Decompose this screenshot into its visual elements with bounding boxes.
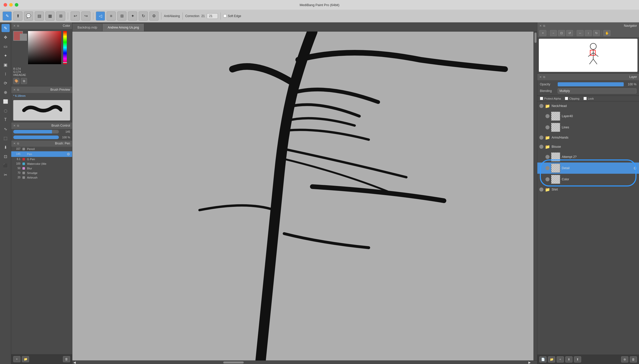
hue-slider[interactable] [63,31,67,64]
brush-opacity-slider[interactable] [13,136,59,139]
brush-control-expand[interactable]: ⧉ [17,124,19,127]
layer-eye-blouse[interactable] [539,145,543,149]
rotate-tool-button[interactable]: ↻ [139,11,148,21]
layer-add-button[interactable]: 📄 [539,356,546,362]
text-tool[interactable]: T [2,116,10,124]
layer-close[interactable]: ✕ [539,75,542,79]
tab-andrew[interactable]: Andrew Among Us.png [102,24,144,31]
nav-hand[interactable]: ✋ [603,30,610,36]
nav-rotate-left[interactable]: ↺ [566,30,573,36]
layer-expand[interactable]: ⧉ [543,75,545,79]
navigator-close[interactable]: ✕ [539,24,542,28]
maximize-button[interactable] [15,3,18,7]
layer-eye-color[interactable] [545,177,550,181]
horizontal-scrollbar[interactable]: ◀ ▶ [72,360,537,364]
canvas-viewport[interactable] [72,32,533,360]
brush-list-expand[interactable]: ⧉ [17,142,19,145]
brush-item-airbrush[interactable]: 20 Airbrush [11,175,72,180]
color-panel-expand[interactable]: ⧉ [17,24,19,28]
magic-wand-tool[interactable]: ✦ [2,51,10,60]
layer-eye-detail[interactable] [545,166,550,170]
correction-select[interactable]: 21 [207,13,218,19]
eraser-tool[interactable]: ⬜ [2,97,10,105]
soft-edge-label[interactable]: Soft Edge [223,14,241,18]
bottom-tool1[interactable]: ⬇ [2,143,10,151]
dotted-circle-tool[interactable]: ◌ [2,106,10,115]
color-icon-1[interactable]: 🎨 [13,78,19,84]
lock-checkbox[interactable] [583,97,587,100]
nav-flip-v[interactable]: ↕ [585,30,592,36]
upload-tool-button[interactable]: ⬆ [13,11,22,21]
brush-mode-button[interactable]: ◁ [96,11,105,21]
pen-settings-icon[interactable]: ⚙ [67,152,70,156]
fill-tool[interactable]: ▣ [2,61,10,69]
layer-item-detail[interactable]: Detail ⚙ [537,163,639,174]
layer-eye-arms-hands[interactable] [539,136,543,140]
transform-tool[interactable]: ⊕ [2,88,10,96]
close-button[interactable] [4,3,7,7]
vertical-scrollbar-thumb[interactable] [534,33,537,43]
nav-flip-h[interactable]: ↔ [577,30,584,36]
redo-button[interactable]: ↪ [81,11,90,21]
clipping-label[interactable]: Clipping [565,97,579,100]
brush-item-gpen[interactable]: 6.1 G Pen [11,157,72,161]
layer-delete-button[interactable]: 🗑 [630,356,637,362]
color-panel-close[interactable]: ✕ [13,24,16,28]
layer-add-type-button[interactable]: + [557,356,564,362]
fill-tool-button[interactable]: ▦ [45,11,55,21]
layer-eye-attempt2[interactable] [545,155,550,159]
protect-alpha-label[interactable]: Protect Alpha [540,97,561,100]
soft-edge-checkbox[interactable] [223,14,227,18]
window-controls[interactable] [4,3,18,7]
nav-zoom-out[interactable]: − [550,30,557,36]
color-gradient-picker[interactable] [28,31,61,64]
navigator-expand[interactable]: ⧉ [543,24,545,28]
bottom-tool2[interactable]: ⊡ [2,152,10,160]
blending-select[interactable]: Multiply [558,88,636,93]
layer-move-down-button[interactable]: ⬇ [565,356,572,362]
crop-tool[interactable]: ⬚ [2,134,10,142]
settings-tool-button[interactable]: ⚙ [149,11,159,21]
scroll-left-arrow[interactable]: ◀ [73,361,81,364]
lasso-tool[interactable]: ⟳ [2,79,10,87]
layer-group-shirt[interactable]: 📁 Shirt [537,185,639,194]
select-tool-button[interactable]: ⊞ [56,11,65,21]
background-color-swatch[interactable] [20,34,27,41]
tab-backdrop[interactable]: Backdrop.mdp [72,24,102,31]
star-tool-button[interactable]: ✦ [128,11,137,21]
smudge-tool[interactable]: ∿ [2,125,10,133]
color-icon-2[interactable]: ⧉ [21,78,27,84]
speech-tool-button[interactable]: 💬 [24,11,33,21]
brush-preview-expand[interactable]: ⧉ [17,88,19,91]
layer-item-lines[interactable]: Lines [537,122,639,133]
brush-preview-close[interactable]: ✕ [13,88,16,91]
layer-item-layer40[interactable]: Layer40 [537,111,639,122]
brush-grid-button[interactable]: ⊞ [117,11,126,21]
nav-zoom-in[interactable]: + [539,30,546,36]
pen-tool[interactable]: ✎ [2,24,10,32]
brush-delete-button[interactable]: 🗑 [63,356,70,362]
undo-button[interactable]: ↩ [71,11,80,21]
layer-merge-button[interactable]: ⊕ [621,356,628,362]
brush-control-close[interactable]: ✕ [13,124,16,127]
layer-item-attempt2[interactable]: Attempt 2? [537,151,639,163]
nav-fit[interactable]: ⊡ [558,30,565,36]
brush-list-close[interactable]: ✕ [13,142,16,145]
brush-item-smudge[interactable]: 70 Smudge [11,171,72,175]
scroll-right-arrow[interactable]: ▶ [528,361,536,364]
brush-item-blur[interactable]: 50 Blur [11,166,72,171]
brush-item-pencil[interactable]: 157 Pencil [11,147,72,151]
eyedropper-tool[interactable]: ⁞ [2,70,10,78]
layer-move-up-button[interactable]: ⬆ [574,356,581,362]
nav-rotate-right[interactable]: ↻ [593,30,600,36]
brush-item-watercolor[interactable]: 100 Watercolor (We [11,161,72,166]
layer-eye-neck-head[interactable] [539,104,543,108]
brush-size-slider[interactable] [13,130,59,133]
brush-item-pen[interactable]: 145 Pen ⚙ [11,151,72,157]
layer-settings-detail[interactable]: ⚙ [633,166,637,171]
horizontal-scrollbar-thumb[interactable] [223,361,244,363]
layer-eye-lines[interactable] [545,125,550,129]
bottom-tool3[interactable]: ⬛ [2,161,10,170]
clipping-checkbox[interactable] [565,97,568,100]
brush-folder-button[interactable]: 📁 [22,356,29,362]
